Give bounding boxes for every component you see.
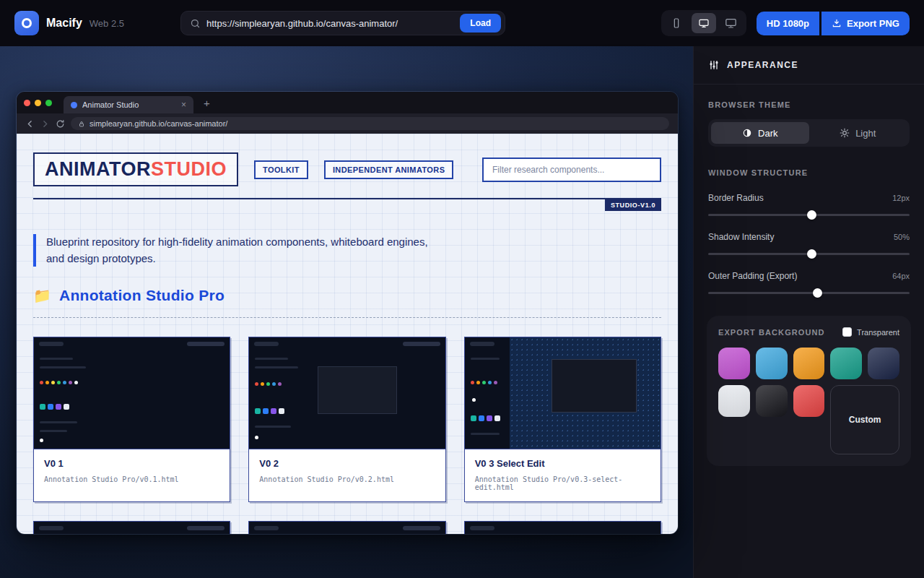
mock-browser-window: Animator Studio × + simplearyan.github.i… bbox=[16, 91, 679, 535]
independent-animators-chip: INDEPENDENT ANIMATORS bbox=[324, 160, 453, 179]
sun-icon bbox=[840, 128, 850, 138]
swatch-black[interactable] bbox=[756, 385, 788, 417]
window-structure-label: WINDOW STRUCTURE bbox=[708, 168, 910, 177]
hd-1080p-button[interactable]: HD 1080p bbox=[757, 12, 819, 35]
custom-color-button[interactable]: Custom bbox=[830, 385, 899, 454]
export-actions: HD 1080p Export PNG bbox=[757, 12, 910, 35]
theme-dark-button[interactable]: Dark bbox=[711, 122, 809, 144]
site-logo-primary: ANIMATOR bbox=[45, 158, 151, 180]
border-radius-label: Border Radius bbox=[708, 193, 764, 203]
shadow-intensity-label: Shadow Intensity bbox=[708, 232, 774, 242]
swatch-white[interactable] bbox=[718, 385, 750, 417]
zoom-traffic-light bbox=[45, 100, 52, 106]
card-path: Annotation Studio Pro/v0.3-select-edit.h… bbox=[475, 475, 650, 491]
address-text: simplearyan.github.io/canvas-animator/ bbox=[90, 119, 227, 128]
transparent-option[interactable]: Transparent bbox=[842, 327, 899, 337]
search-icon bbox=[190, 18, 201, 29]
border-radius-slider[interactable] bbox=[708, 214, 910, 216]
sidebar-title: APPEARANCE bbox=[727, 60, 798, 70]
theme-dark-label: Dark bbox=[758, 128, 777, 139]
card-grid-partial bbox=[33, 521, 661, 535]
phone-device-button[interactable] bbox=[664, 13, 689, 33]
border-radius-control: Border Radius 12px bbox=[708, 193, 910, 216]
card-v0-3-select-edit[interactable]: V0 3 Select Edit Annotation Studio Pro/v… bbox=[464, 337, 661, 502]
tab-title: Animator Studio bbox=[82, 100, 176, 109]
device-selector bbox=[661, 10, 746, 36]
card-partial[interactable] bbox=[464, 521, 661, 535]
outer-padding-label: Outer Padding (Export) bbox=[708, 271, 797, 281]
folder-icon: 📁 bbox=[33, 287, 51, 304]
background-swatches: Custom bbox=[718, 348, 899, 454]
section-divider bbox=[33, 317, 661, 318]
export-png-label: Export PNG bbox=[847, 18, 899, 29]
swatch-teal[interactable] bbox=[830, 348, 862, 379]
reload-icon bbox=[56, 119, 65, 129]
export-background-label: EXPORT BACKGROUND bbox=[718, 328, 825, 337]
card-v0-1[interactable]: V0 1 Annotation Studio Pro/v0.1.html bbox=[33, 337, 230, 502]
app-version: Web 2.5 bbox=[90, 18, 124, 29]
theme-light-button[interactable]: Light bbox=[809, 122, 907, 144]
swatch-purple[interactable] bbox=[718, 348, 750, 379]
swatch-blue[interactable] bbox=[756, 348, 788, 379]
site-logo: ANIMATORSTUDIO bbox=[33, 152, 238, 186]
lock-icon bbox=[78, 120, 85, 128]
mock-address-bar: simplearyan.github.io/canvas-animator/ bbox=[71, 117, 669, 130]
traffic-lights bbox=[24, 100, 52, 106]
app-toolbar: Macify Web 2.5 Load HD 1080p Export PNG bbox=[0, 0, 924, 46]
load-button[interactable]: Load bbox=[460, 14, 501, 33]
site-page: ANIMATORSTUDIO TOOLKIT INDEPENDENT ANIMA… bbox=[17, 134, 678, 535]
export-png-button[interactable]: Export PNG bbox=[821, 12, 910, 35]
outer-padding-value: 64px bbox=[892, 272, 910, 280]
shadow-intensity-slider[interactable] bbox=[708, 253, 910, 255]
download-icon bbox=[832, 18, 842, 28]
card-partial[interactable] bbox=[33, 521, 230, 535]
theme-light-label: Light bbox=[855, 128, 876, 139]
site-description: Blueprint repository for high-fidelity a… bbox=[33, 234, 437, 267]
sliders-icon bbox=[708, 59, 720, 71]
appearance-sidebar: APPEARANCE BROWSER THEME Dark Light WIND… bbox=[693, 46, 924, 578]
browser-tab: Animator Studio × bbox=[64, 96, 193, 113]
card-title: V0 2 bbox=[259, 458, 435, 469]
studio-version-badge: STUDIO-V1.0 bbox=[605, 199, 661, 211]
close-traffic-light bbox=[24, 100, 30, 106]
preview-canvas: Animator Studio × + simplearyan.github.i… bbox=[0, 46, 693, 578]
monitor-icon bbox=[697, 17, 710, 29]
url-bar[interactable]: Load bbox=[180, 11, 505, 35]
export-background-panel: EXPORT BACKGROUND Transparent Custom bbox=[707, 316, 911, 466]
section-title: Annotation Studio Pro bbox=[59, 287, 225, 304]
app-name: Macify bbox=[46, 17, 82, 30]
outer-padding-control: Outer Padding (Export) 64px bbox=[708, 271, 910, 294]
swatch-red[interactable] bbox=[793, 385, 825, 417]
card-path: Annotation Studio Pro/v0.2.html bbox=[259, 475, 435, 483]
mock-tab-bar: Animator Studio × + bbox=[17, 92, 678, 113]
card-thumbnail bbox=[34, 337, 230, 449]
minimize-traffic-light bbox=[35, 100, 41, 106]
card-title: V0 1 bbox=[44, 458, 219, 469]
shadow-intensity-control: Shadow Intensity 50% bbox=[708, 232, 910, 255]
new-tab-icon: + bbox=[204, 97, 210, 109]
transparent-checkbox[interactable] bbox=[842, 327, 852, 337]
swatch-navy[interactable] bbox=[868, 348, 899, 379]
card-thumbnail bbox=[249, 337, 445, 449]
card-v0-2[interactable]: V0 2 Annotation Studio Pro/v0.2.html bbox=[248, 337, 445, 502]
presentation-device-button[interactable] bbox=[719, 13, 744, 33]
swatch-orange[interactable] bbox=[793, 348, 825, 379]
url-input[interactable] bbox=[206, 18, 454, 29]
moon-icon bbox=[742, 128, 752, 138]
phone-icon bbox=[671, 17, 682, 29]
card-thumbnail bbox=[465, 337, 661, 449]
card-path: Annotation Studio Pro/v0.1.html bbox=[44, 475, 219, 483]
brand: Macify Web 2.5 bbox=[14, 11, 124, 35]
card-title: V0 3 Select Edit bbox=[475, 458, 650, 469]
transparent-label: Transparent bbox=[857, 328, 899, 337]
tab-favicon bbox=[71, 102, 77, 108]
desktop-device-button[interactable] bbox=[692, 13, 716, 33]
forward-icon bbox=[40, 119, 50, 129]
display-icon bbox=[724, 17, 738, 29]
browser-theme-label: BROWSER THEME bbox=[708, 100, 910, 109]
toolkit-chip: TOOLKIT bbox=[254, 160, 308, 179]
mock-nav-bar: simplearyan.github.io/canvas-animator/ bbox=[17, 113, 678, 134]
filter-input[interactable] bbox=[482, 158, 661, 182]
card-partial[interactable] bbox=[248, 521, 445, 535]
outer-padding-slider[interactable] bbox=[708, 292, 910, 294]
